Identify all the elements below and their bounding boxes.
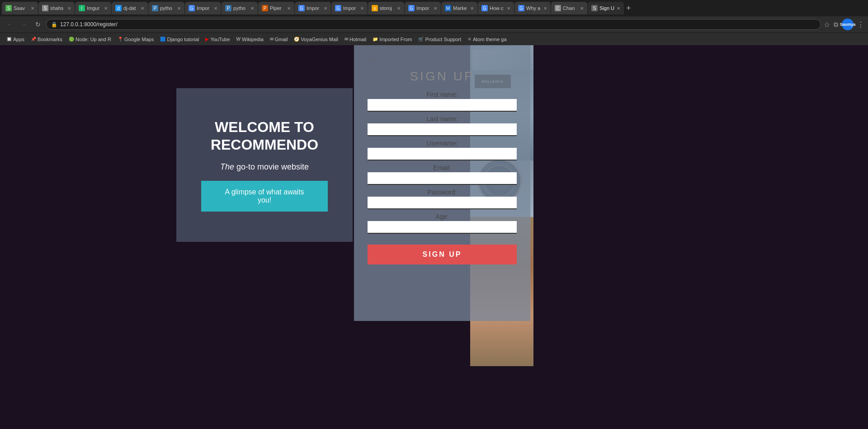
tab-close-impor4[interactable]: ✕ <box>434 6 437 11</box>
menu-icon[interactable]: ⋮ <box>857 20 864 29</box>
age-input[interactable] <box>368 221 517 234</box>
bookmark-favicon-gmail: ✉ <box>270 37 274 42</box>
tab-shahs[interactable]: S shahs ✕ <box>38 2 75 14</box>
tab-favicon-saav: S <box>5 5 12 11</box>
tab-whya[interactable]: G Why a ✕ <box>514 2 551 14</box>
tab-impor4[interactable]: G Impor ✕ <box>405 2 441 14</box>
tab-saav[interactable]: S Saav ✕ <box>2 2 38 14</box>
tab-close-impor3[interactable]: ✕ <box>360 6 364 11</box>
tab-favicon-impor2: G <box>298 5 305 11</box>
tab-impor3[interactable]: G Impor ✕ <box>331 2 368 14</box>
bookmark-voyagenius[interactable]: 🧭 VoyaGenius Mail <box>291 36 341 43</box>
bookmark-favicon-hotmail: ✉ <box>344 37 348 42</box>
nav-bar: ← → ↻ 🔒 127.0.0.1:8000/register/ ☆ ⧉ Sau… <box>0 16 868 33</box>
username-input[interactable] <box>368 148 517 160</box>
age-group: Age: <box>368 213 517 234</box>
username-label: Username: <box>368 140 517 147</box>
browser-chrome: S Saav ✕ S shahs ✕ I Imgur ✕ d dj-dat ✕ … <box>0 0 868 45</box>
new-tab-button[interactable]: + <box>626 4 631 13</box>
tab-djdat[interactable]: d dj-dat ✕ <box>112 2 148 14</box>
bookmark-star-icon[interactable]: ☆ <box>824 20 830 29</box>
bookmark-django[interactable]: 🟦 Django tutorial <box>157 36 202 43</box>
tab-close-impor1[interactable]: ✕ <box>214 6 217 11</box>
tab-close-howc[interactable]: ✕ <box>507 6 510 11</box>
bookmark-gmail[interactable]: ✉ Gmail <box>267 36 291 43</box>
address-bar[interactable]: 🔒 127.0.0.1:8000/register/ <box>46 19 821 30</box>
welcome-subtitle-italic: The <box>220 162 234 171</box>
tab-signup[interactable]: S Sign U ✕ <box>588 2 624 14</box>
forward-button[interactable]: → <box>18 19 30 30</box>
welcome-subtitle-rest: go-to movie website <box>234 162 309 171</box>
welcome-subtitle: The go-to movie website <box>220 162 309 172</box>
tab-storoj[interactable]: s storoj ✕ <box>368 2 404 14</box>
bookmark-wikipedia[interactable]: W Wikipedia <box>234 36 266 43</box>
tab-impor2[interactable]: G Impor ✕ <box>295 2 331 14</box>
bookmark-favicon-product-support: 🛒 <box>418 37 424 42</box>
tab-close-impor2[interactable]: ✕ <box>324 6 327 11</box>
bookmark-youtube[interactable]: ▶ YouTube <box>203 36 232 43</box>
tab-close-djdat[interactable]: ✕ <box>141 6 144 11</box>
tab-howc[interactable]: G How c ✕ <box>478 2 514 14</box>
tab-pytho2[interactable]: P pytho ✕ <box>222 2 258 14</box>
tab-close-whya[interactable]: ✕ <box>543 6 547 11</box>
bookmark-favicon-wikipedia: W <box>236 37 241 42</box>
bookmark-product-support[interactable]: 🛒 Product Support <box>415 36 464 43</box>
extensions-icon[interactable]: ⧉ <box>834 21 838 28</box>
tab-piper[interactable]: P Piper ✕ <box>258 2 294 14</box>
tab-close-piper[interactable]: ✕ <box>287 6 291 11</box>
signup-panel: ← SIGN UP First name: Last name: Usernam… <box>354 45 530 321</box>
welcome-title: WELCOME TO RECOMMENDO <box>176 118 353 153</box>
firstname-label: First name: <box>368 91 517 98</box>
back-arrow-button[interactable]: ← <box>368 54 377 65</box>
email-group: Email: <box>368 164 517 185</box>
signup-submit-button[interactable]: SIGN UP <box>368 245 517 264</box>
bookmark-favicon-django: 🟦 <box>160 37 165 42</box>
bookmark-bookmarks[interactable]: 📌 Bookmarks <box>28 36 65 43</box>
reload-button[interactable]: ↻ <box>33 19 43 30</box>
tab-bar: S Saav ✕ S shahs ✕ I Imgur ✕ d dj-dat ✕ … <box>0 0 868 16</box>
back-button[interactable]: ← <box>4 19 15 30</box>
nav-right: ☆ ⧉ Saumya ⋮ <box>824 19 864 30</box>
bookmark-gmaps[interactable]: 📍 Google Maps <box>115 36 156 43</box>
tab-favicon-impor4: G <box>408 5 415 11</box>
tab-favicon-piper: P <box>262 5 268 11</box>
tab-close-saav[interactable]: ✕ <box>31 6 34 11</box>
lastname-input[interactable] <box>368 123 517 136</box>
bookmark-node[interactable]: 🟢 Node: Up and R <box>66 36 114 43</box>
bookmark-favicon-youtube: ▶ <box>205 37 209 42</box>
bookmark-imported[interactable]: 📁 Imported From <box>370 36 415 43</box>
tab-favicon-impor3: G <box>335 5 341 11</box>
glimpse-button[interactable]: A glimpse of what awaits you! <box>201 181 328 212</box>
tab-impor1[interactable]: G Impor ✕ <box>185 2 221 14</box>
profile-badge[interactable]: Saumya <box>842 19 854 30</box>
email-label: Email: <box>368 164 517 171</box>
tab-imgur[interactable]: I Imgur ✕ <box>75 2 111 14</box>
lastname-label: Last name: <box>368 115 517 123</box>
tab-close-signup[interactable]: ✕ <box>617 6 620 11</box>
tab-marke[interactable]: M Marke ✕ <box>441 2 477 14</box>
tab-favicon-djdat: d <box>115 5 122 11</box>
tab-close-chan[interactable]: ✕ <box>580 6 584 11</box>
bookmark-atom[interactable]: ⚛ Atom theme ga <box>465 36 509 43</box>
tab-close-shahs[interactable]: ✕ <box>67 6 71 11</box>
email-input[interactable] <box>368 172 517 185</box>
age-label: Age: <box>368 213 517 220</box>
password-input[interactable] <box>368 197 517 209</box>
tab-favicon-pytho1: P <box>152 5 158 11</box>
bookmark-hotmail[interactable]: ✉ Hotmail <box>342 36 369 43</box>
lastname-group: Last name: <box>368 115 517 136</box>
content-area: WELCOME TO RECOMMENDO The go-to movie we… <box>0 45 868 429</box>
tab-chan[interactable]: C Chan ✕ <box>551 2 587 14</box>
tab-favicon-storoj: s <box>372 5 378 11</box>
bookmark-apps[interactable]: 🔲 Apps <box>4 36 27 43</box>
lock-icon: 🔒 <box>51 22 57 28</box>
tab-pytho1[interactable]: P pytho ✕ <box>148 2 184 14</box>
tab-close-imgur[interactable]: ✕ <box>104 6 108 11</box>
bookmark-favicon-apps: 🔲 <box>6 37 12 42</box>
signup-title: SIGN UP <box>410 69 474 84</box>
firstname-input[interactable] <box>368 99 517 112</box>
tab-close-pytho1[interactable]: ✕ <box>177 6 181 11</box>
tab-close-pytho2[interactable]: ✕ <box>250 6 254 11</box>
tab-close-marke[interactable]: ✕ <box>470 6 474 11</box>
tab-close-storoj[interactable]: ✕ <box>397 6 401 11</box>
